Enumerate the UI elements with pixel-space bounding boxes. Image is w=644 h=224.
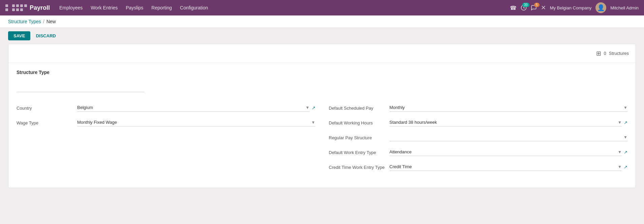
default-scheduled-pay-label: Default Scheduled Pay xyxy=(329,104,390,111)
breadcrumb-current: New xyxy=(47,19,56,24)
wage-type-label: Wage Type xyxy=(17,118,77,125)
default-working-hours-value: Standard 38 hours/week ▼ ↗ xyxy=(390,118,628,126)
grid-icon: ⊞ xyxy=(596,50,601,57)
form-left: Country Belgium ▼ ↗ Wage Type xyxy=(17,100,315,174)
country-select[interactable]: Belgium xyxy=(77,104,310,112)
credit-time-work-entry-type-row: Credit Time Work Entry Type Credit Time … xyxy=(329,159,628,174)
credit-time-work-entry-type-value: Credit Time ▼ ↗ xyxy=(390,163,628,171)
regular-pay-structure-label: Regular Pay Structure xyxy=(329,133,390,140)
user-avatar[interactable]: 👤 xyxy=(595,2,606,13)
structures-button[interactable]: ⊞ 0 Structures xyxy=(596,50,629,57)
nav-payslips[interactable]: Payslips xyxy=(126,5,143,10)
company-name: My Belgian Company xyxy=(550,5,592,10)
default-work-entry-type-label: Default Work Entry Type xyxy=(329,148,390,155)
nav-configuration[interactable]: Configuration xyxy=(180,5,208,10)
country-label: Country xyxy=(17,104,77,111)
default-working-hours-label: Default Working Hours xyxy=(329,118,390,125)
regular-pay-structure-select[interactable] xyxy=(390,133,628,141)
country-external-link[interactable]: ↗ xyxy=(312,105,315,110)
country-value: Belgium ▼ ↗ xyxy=(77,104,315,112)
default-working-hours-select-wrapper[interactable]: Standard 38 hours/week ▼ xyxy=(390,118,622,126)
top-navigation: Payroll Employees Work Entries Payslips … xyxy=(0,0,644,15)
default-working-hours-select[interactable]: Standard 38 hours/week xyxy=(390,118,622,126)
wage-type-value: Monthly Fixed Wage ▼ xyxy=(77,118,315,126)
clock-icon[interactable]: 39 xyxy=(521,5,527,11)
breadcrumb-separator: / xyxy=(43,19,44,24)
action-bar: SAVE DISCARD xyxy=(0,28,644,44)
default-scheduled-pay-row: Default Scheduled Pay Monthly ▼ xyxy=(329,100,628,115)
breadcrumb: Structure Types / New xyxy=(0,15,644,28)
structure-type-name-input[interactable] xyxy=(17,80,145,92)
wage-type-select-wrapper[interactable]: Monthly Fixed Wage ▼ xyxy=(77,118,315,126)
section-title: Structure Type xyxy=(17,70,627,75)
form-right: Default Scheduled Pay Monthly ▼ Default … xyxy=(329,100,628,174)
user-name: Mitchell Admin xyxy=(610,5,639,10)
nav-menu: Employees Work Entries Payslips Reportin… xyxy=(59,5,510,10)
nav-work-entries[interactable]: Work Entries xyxy=(91,5,118,10)
default-work-entry-type-select[interactable]: Attendance xyxy=(390,148,622,156)
card-body: Structure Type Country Belgium ▼ xyxy=(8,63,636,188)
breadcrumb-parent[interactable]: Structure Types xyxy=(8,19,41,24)
close-icon[interactable]: ✕ xyxy=(541,4,546,11)
credit-time-work-entry-type-external-link[interactable]: ↗ xyxy=(624,164,627,170)
discard-button[interactable]: DISCARD xyxy=(34,31,57,40)
structures-count: 0 xyxy=(604,51,606,56)
regular-pay-structure-row: Regular Pay Structure ▼ xyxy=(329,130,628,145)
app-grid-icon[interactable] xyxy=(5,4,27,11)
default-scheduled-pay-value: Monthly ▼ xyxy=(390,104,628,112)
wage-type-row: Wage Type Monthly Fixed Wage ▼ xyxy=(17,115,315,130)
default-scheduled-pay-select-wrapper[interactable]: Monthly ▼ xyxy=(390,104,628,112)
credit-time-work-entry-type-label: Credit Time Work Entry Type xyxy=(329,163,390,170)
app-name: Payroll xyxy=(30,4,50,11)
nav-employees[interactable]: Employees xyxy=(59,5,83,10)
default-work-entry-type-value: Attendance ▼ ↗ xyxy=(390,148,628,156)
default-work-entry-type-select-wrapper[interactable]: Attendance ▼ xyxy=(390,148,622,156)
regular-pay-structure-value: ▼ xyxy=(390,133,628,141)
form-card: ⊞ 0 Structures Structure Type Country Be… xyxy=(8,44,636,188)
regular-pay-structure-select-wrapper[interactable]: ▼ xyxy=(390,133,628,141)
message-badge: 5 xyxy=(534,3,540,7)
phone-icon[interactable]: ☎ xyxy=(510,5,517,11)
structures-label: Structures xyxy=(609,51,629,56)
default-scheduled-pay-select[interactable]: Monthly xyxy=(390,104,628,112)
form-grid: Country Belgium ▼ ↗ Wage Type xyxy=(17,100,627,174)
clock-badge: 39 xyxy=(522,3,529,7)
default-working-hours-external-link[interactable]: ↗ xyxy=(624,120,627,125)
save-button[interactable]: SAVE xyxy=(8,31,30,40)
default-work-entry-type-external-link[interactable]: ↗ xyxy=(624,150,627,155)
default-working-hours-row: Default Working Hours Standard 38 hours/… xyxy=(329,115,628,130)
card-header: ⊞ 0 Structures xyxy=(8,44,636,63)
nav-reporting[interactable]: Reporting xyxy=(151,5,172,10)
message-icon[interactable]: 5 xyxy=(531,5,537,11)
credit-time-work-entry-type-select[interactable]: Credit Time xyxy=(390,163,622,171)
credit-time-work-entry-type-select-wrapper[interactable]: Credit Time ▼ xyxy=(390,163,622,171)
default-work-entry-type-row: Default Work Entry Type Attendance ▼ ↗ xyxy=(329,145,628,159)
top-nav-right: ☎ 39 5 ✕ My Belgian Company 👤 Mitchell A… xyxy=(510,2,639,13)
country-row: Country Belgium ▼ ↗ xyxy=(17,100,315,115)
wage-type-select[interactable]: Monthly Fixed Wage xyxy=(77,118,315,126)
country-select-wrapper[interactable]: Belgium ▼ xyxy=(77,104,310,112)
